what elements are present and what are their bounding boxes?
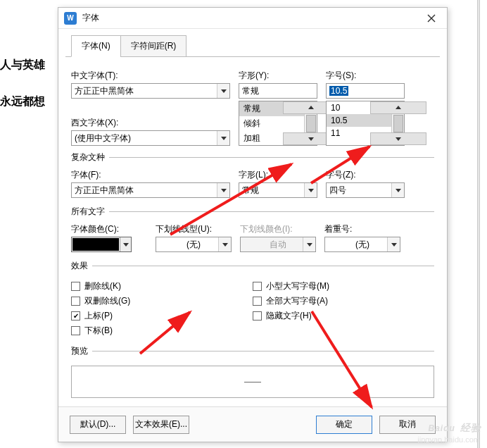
dialog-footer: 默认(D)... 文本效果(E)... 确定 取消 <box>58 406 447 442</box>
effects-legend: 效果 <box>71 260 92 272</box>
en-font-value: (使用中文字体) <box>75 132 131 144</box>
size-label: 字号(S): <box>326 70 405 82</box>
complex-style-label: 字形(L): <box>239 169 317 181</box>
all-text-legend: 所有文字 <box>71 206 109 218</box>
checkbox-icon <box>253 282 262 291</box>
titlebar: W 字体 <box>58 8 447 29</box>
default-button[interactable]: 默认(D)... <box>70 416 126 434</box>
checkbox-icon <box>253 297 262 306</box>
check-smallcaps[interactable]: 小型大写字母(M) <box>253 280 434 292</box>
chevron-down-icon <box>120 237 131 251</box>
font-dialog: W 字体 字体(N) 字符间距(R) 中文字体(T): 方正正中黑简体 字形(Y… <box>58 7 448 442</box>
color-label: 字体颜色(C): <box>71 223 147 235</box>
scrollbar[interactable] <box>391 101 404 145</box>
preview-fieldset: 预览 —— <box>71 345 434 398</box>
color-picker[interactable] <box>71 237 132 252</box>
checkbox-icon <box>71 326 80 335</box>
check-strike[interactable]: 删除线(K) <box>71 280 253 292</box>
doc-text-line-2: 永远都想 <box>0 94 45 109</box>
check-superscript[interactable]: 上标(P) <box>71 310 253 322</box>
checkbox-icon <box>71 282 80 291</box>
color-swatch <box>72 238 119 251</box>
chevron-down-icon <box>217 84 229 98</box>
style-input[interactable]: 常规 <box>239 83 317 99</box>
scrollbar[interactable] <box>304 101 317 145</box>
ulcolor-combo: 自动 <box>240 237 316 252</box>
scrollbar-track[interactable] <box>477 0 480 448</box>
emphasis-label: 着重号: <box>324 223 400 235</box>
tab-panel: 中文字体(T): 方正正中黑简体 字形(Y): 常规 字号(S): 10.5 常… <box>58 70 447 418</box>
tab-font[interactable]: 字体(N) <box>71 35 121 57</box>
complex-font-label: 字体(F): <box>71 169 230 181</box>
tab-spacing-label: 字符间距(R) <box>131 41 177 51</box>
complex-style-combo[interactable]: 常规 <box>239 182 317 198</box>
checkbox-icon <box>71 311 80 321</box>
checkbox-icon <box>71 297 80 306</box>
effects-fieldset: 效果 删除线(K) 双删除线(G) 上标(P) 下标(B) 小型大写字母(M) … <box>71 260 434 340</box>
text-effects-button[interactable]: 文本效果(E)... <box>133 416 189 434</box>
check-double-strike[interactable]: 双删除线(G) <box>71 295 253 307</box>
cn-font-label: 中文字体(T): <box>71 70 230 82</box>
style-listbox[interactable]: 常规 倾斜 加粗 <box>239 101 317 146</box>
preview-sample: —— <box>244 377 261 387</box>
chevron-down-icon <box>218 237 231 251</box>
close-button[interactable] <box>416 8 447 29</box>
ulcolor-label: 下划线颜色(I): <box>240 223 316 235</box>
checkbox-icon <box>253 311 262 321</box>
check-allcaps[interactable]: 全部大写字母(A) <box>253 295 434 307</box>
close-icon <box>427 14 436 23</box>
all-text-fieldset: 所有文字 字体颜色(C): 下划线线型(U): (无) 下划线颜色(I): 自动… <box>71 206 434 254</box>
ok-button[interactable]: 确定 <box>316 416 372 434</box>
en-font-label: 西文字体(X): <box>71 117 230 129</box>
tab-font-label: 字体(N) <box>82 41 110 51</box>
scroll-down-icon[interactable] <box>370 132 426 145</box>
app-icon: W <box>64 12 77 25</box>
en-font-combo[interactable]: (使用中文字体) <box>71 130 230 146</box>
cn-font-value: 方正正中黑简体 <box>75 85 134 97</box>
complex-fieldset: 复杂文种 字体(F): 方正正中黑简体 字形(L): 常规 字号(Z): 四号 <box>71 151 434 200</box>
preview-legend: 预览 <box>71 345 92 357</box>
check-hidden[interactable]: 隐藏文字(H) <box>253 310 434 322</box>
scroll-up-icon[interactable] <box>370 101 426 114</box>
complex-font-combo[interactable]: 方正正中黑简体 <box>71 182 230 198</box>
size-input[interactable]: 10.5 <box>326 83 405 99</box>
chevron-down-icon <box>217 183 229 197</box>
chevron-down-icon <box>391 183 404 197</box>
complex-size-combo[interactable]: 四号 <box>326 182 405 198</box>
style-value: 常规 <box>242 85 259 97</box>
doc-text-line-1: 人与英雄 <box>0 58 45 73</box>
size-value: 10.5 <box>329 86 348 96</box>
dialog-title: 字体 <box>82 12 416 24</box>
complex-legend: 复杂文种 <box>71 151 109 163</box>
emphasis-combo[interactable]: (无) <box>324 237 400 252</box>
style-label: 字形(Y): <box>239 70 317 82</box>
tab-spacing[interactable]: 字符间距(R) <box>120 35 187 57</box>
cn-font-combo[interactable]: 方正正中黑简体 <box>71 83 230 99</box>
scroll-thumb[interactable] <box>393 115 403 133</box>
size-listbox[interactable]: 10 10.5 11 <box>326 101 405 146</box>
complex-size-label: 字号(Z): <box>326 169 405 181</box>
check-subscript[interactable]: 下标(B) <box>71 325 253 337</box>
chevron-down-icon <box>303 237 315 251</box>
preview-box: —— <box>71 366 434 398</box>
tab-bar: 字体(N) 字符间距(R) <box>71 35 447 56</box>
cancel-button[interactable]: 取消 <box>379 416 436 434</box>
chevron-down-icon <box>304 183 317 197</box>
scroll-thumb[interactable] <box>306 115 316 133</box>
underline-combo[interactable]: (无) <box>156 237 232 252</box>
chevron-down-icon <box>217 131 229 145</box>
underline-label: 下划线线型(U): <box>156 223 232 235</box>
chevron-down-icon <box>387 237 400 251</box>
